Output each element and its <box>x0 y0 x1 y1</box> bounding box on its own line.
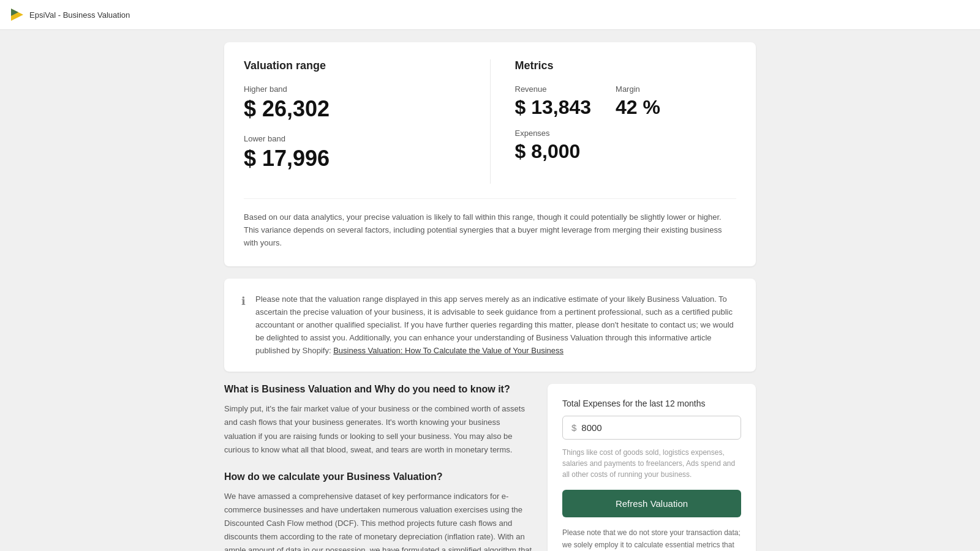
faq-q2-text: We have amassed a comprehensive dataset … <box>224 490 533 551</box>
higher-band-value: $ 26,302 <box>244 96 466 122</box>
lower-band-label: Lower band <box>244 134 466 143</box>
faq-q1-text: Simply put, it's the fair market value o… <box>224 402 533 456</box>
revenue-metric: Revenue $ 13,843 <box>515 84 592 119</box>
higher-band-label: Higher band <box>244 84 466 94</box>
range-section-title: Valuation range <box>244 59 466 72</box>
margin-label: Margin <box>616 84 660 94</box>
notice-text: Please note that the valuation range dis… <box>255 293 739 357</box>
lower-band-value: $ 17,996 <box>244 146 466 171</box>
metrics-grid: Revenue $ 13,843 Margin 42 % <box>515 84 737 119</box>
privacy-notice-text: Please note that we do not store your tr… <box>562 527 741 551</box>
valuation-top: Valuation range Higher band $ 26,302 Low… <box>244 59 736 184</box>
expenses-input[interactable] <box>581 422 732 433</box>
revenue-value: $ 13,843 <box>515 96 592 119</box>
expenses-input-wrapper[interactable]: $ <box>562 416 741 440</box>
app-logo-icon <box>10 7 24 22</box>
valuation-range-section: Valuation range Higher band $ 26,302 Low… <box>244 59 466 184</box>
revenue-label: Revenue <box>515 84 592 94</box>
valuation-card: Valuation range Higher band $ 26,302 Low… <box>224 42 756 266</box>
valuation-description: Based on our data analytics, your precis… <box>244 198 736 249</box>
info-section: What is Business Valuation and Why do yo… <box>224 384 533 551</box>
notice-card: ℹ Please note that the valuation range d… <box>224 279 756 372</box>
currency-symbol: $ <box>571 422 576 433</box>
calculator-card: Total Expenses for the last 12 months $ … <box>548 384 756 551</box>
shopify-article-link[interactable]: Business Valuation: How To Calculate the… <box>333 346 564 355</box>
faq-q1-heading: What is Business Valuation and Why do yo… <box>224 384 533 395</box>
expenses-metric: Expenses $ 8,000 <box>515 129 737 163</box>
expenses-input-label: Total Expenses for the last 12 months <box>562 399 741 408</box>
bottom-section: What is Business Valuation and Why do yo… <box>224 384 756 551</box>
top-bar: EpsiVal - Business Valuation <box>0 0 980 30</box>
metrics-section: Metrics Revenue $ 13,843 Margin 42 % Exp… <box>490 59 737 184</box>
expenses-hint: Things like cost of goods sold, logistic… <box>562 447 741 480</box>
info-icon: ℹ <box>241 294 246 308</box>
expenses-value: $ 8,000 <box>515 140 737 163</box>
app-title: EpsiVal - Business Valuation <box>29 10 130 20</box>
margin-value: 42 % <box>616 96 660 119</box>
margin-metric: Margin 42 % <box>616 84 660 119</box>
refresh-valuation-button[interactable]: Refresh Valuation <box>562 490 741 517</box>
expenses-label: Expenses <box>515 129 737 138</box>
main-content: Valuation range Higher band $ 26,302 Low… <box>214 30 766 551</box>
faq-q2-heading: How do we calculate your Business Valuat… <box>224 471 533 482</box>
metrics-section-title: Metrics <box>515 59 737 72</box>
